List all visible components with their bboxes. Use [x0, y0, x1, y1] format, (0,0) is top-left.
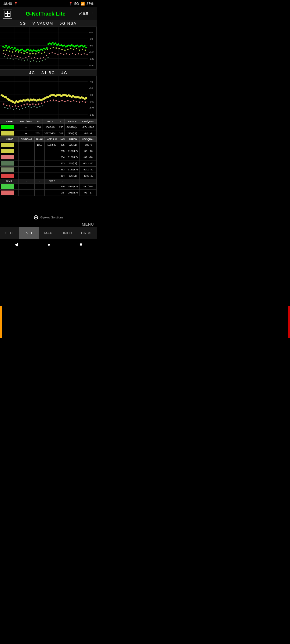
svg-point-249 — [76, 101, 77, 102]
home-button[interactable]: ● — [48, 242, 50, 247]
menu-label[interactable]: MENU — [82, 222, 94, 226]
levqual-cell: -101 / -20 — [80, 167, 97, 173]
svg-point-105 — [11, 56, 12, 57]
svg-point-111 — [28, 56, 29, 57]
svg-point-19 — [8, 46, 10, 48]
table2-row: 333 525(L1) -101 / -20 — [0, 160, 97, 167]
svg-point-101 — [85, 49, 86, 51]
svg-point-57 — [63, 45, 65, 46]
svg-point-108 — [20, 57, 21, 58]
svg-point-126 — [72, 53, 73, 54]
arfcn-cell: 2950(L7) — [66, 184, 80, 190]
svg-text:-60: -60 — [89, 87, 93, 90]
svg-point-130 — [84, 53, 85, 54]
lac-cell: 2301 — [34, 130, 42, 137]
levqual-cell: -101 / -20 — [80, 160, 97, 167]
svg-point-140 — [27, 59, 28, 60]
arfcn-cell: 525(L1) — [66, 173, 80, 179]
header-right: v16.5 ⋮ — [79, 12, 94, 16]
arfcn-cell: 2950(L7) — [64, 130, 80, 137]
location-icon: 📍 — [14, 2, 18, 6]
color-cell — [0, 130, 18, 137]
company-name: Gyokov Solutions — [40, 216, 63, 219]
network-indicator: 5G — [74, 2, 79, 6]
svg-point-114 — [37, 58, 38, 59]
svg-point-47 — [49, 42, 51, 44]
svg-point-137 — [18, 59, 19, 60]
nlac-cell — [34, 167, 44, 173]
tab-map[interactable]: MAP — [39, 227, 58, 239]
svg-point-250 — [79, 101, 80, 103]
svg-text:-100: -100 — [89, 100, 95, 103]
svg-point-240 — [50, 100, 51, 101]
svg-point-63 — [72, 45, 74, 47]
svg-point-223 — [85, 97, 88, 99]
dist-cell: -- — [18, 124, 34, 130]
dist-cell — [19, 173, 35, 179]
svg-point-226 — [9, 105, 10, 107]
svg-point-230 — [20, 105, 22, 107]
svg-point-18 — [7, 47, 9, 49]
svg-point-145 — [42, 60, 43, 61]
svg-point-40 — [39, 50, 41, 52]
tab-drive[interactable]: DRIVE — [77, 227, 97, 239]
svg-point-99 — [79, 49, 80, 51]
svg-point-232 — [26, 103, 28, 105]
nlac-cell — [34, 173, 44, 179]
svg-point-131 — [86, 54, 88, 55]
tab-nei[interactable]: NEI — [19, 227, 39, 239]
ci-cell: 312 — [58, 130, 64, 137]
col2-ncellid: NCELLID — [45, 137, 59, 142]
svg-point-257 — [16, 108, 17, 109]
svg-point-53 — [58, 43, 60, 45]
svg-point-102 — [3, 53, 4, 54]
svg-text:-60: -60 — [89, 38, 93, 41]
svg-point-139 — [24, 60, 25, 61]
svg-point-96 — [70, 48, 71, 49]
svg-point-136 — [15, 58, 16, 59]
svg-point-253 — [4, 107, 5, 108]
svg-point-100 — [82, 49, 83, 50]
svg-point-234 — [32, 103, 34, 105]
svg-point-248 — [73, 100, 74, 101]
svg-point-41 — [40, 49, 42, 50]
status-right: 📍 5G 📶 87% — [68, 2, 93, 6]
svg-point-48 — [50, 43, 52, 45]
svg-rect-3 — [8, 14, 10, 16]
chart2-network-label: 4G A1 BG 4G — [0, 69, 97, 76]
svg-point-256 — [13, 109, 14, 110]
svg-text:-40: -40 — [89, 80, 93, 83]
tab-cell[interactable]: CELL — [0, 227, 19, 239]
nci-cell: 26 — [59, 190, 66, 196]
color-cell — [0, 142, 19, 148]
col-lac: LAC — [34, 119, 42, 124]
status-left: 18:40 📍 — [3, 2, 18, 6]
svg-point-46 — [48, 43, 49, 45]
svg-point-104 — [8, 55, 9, 56]
back-button[interactable]: ◀ — [15, 241, 18, 247]
svg-point-51 — [55, 42, 57, 44]
levqual-cell: -87 / -11/-9 — [80, 124, 97, 130]
time: 18:40 — [3, 2, 12, 6]
svg-point-103 — [5, 54, 6, 55]
svg-point-22 — [13, 49, 15, 50]
tab-info[interactable]: INFO — [58, 227, 77, 239]
arfcn-cell: 2950(L7) — [66, 190, 80, 196]
arfcn-cell: 525(L1) — [66, 142, 80, 148]
dist-cell: -- — [18, 130, 34, 137]
chart2-area: -40 -60 -80 -100 -120 -140 — [0, 76, 97, 119]
nlac-cell: 1850 — [34, 142, 44, 148]
svg-point-95 — [67, 49, 68, 50]
recent-button[interactable]: ■ — [79, 242, 82, 247]
svg-point-122 — [60, 53, 61, 54]
menu-dots-icon[interactable]: ⋮ — [90, 12, 94, 16]
color-cell — [0, 173, 19, 179]
svg-text:-40: -40 — [89, 31, 93, 34]
svg-point-127 — [75, 54, 76, 55]
svg-point-255 — [10, 108, 11, 109]
svg-point-233 — [29, 104, 31, 105]
svg-point-76 — [12, 51, 13, 53]
svg-point-49 — [52, 42, 54, 43]
svg-point-228 — [15, 105, 16, 107]
svg-point-74 — [6, 49, 7, 51]
